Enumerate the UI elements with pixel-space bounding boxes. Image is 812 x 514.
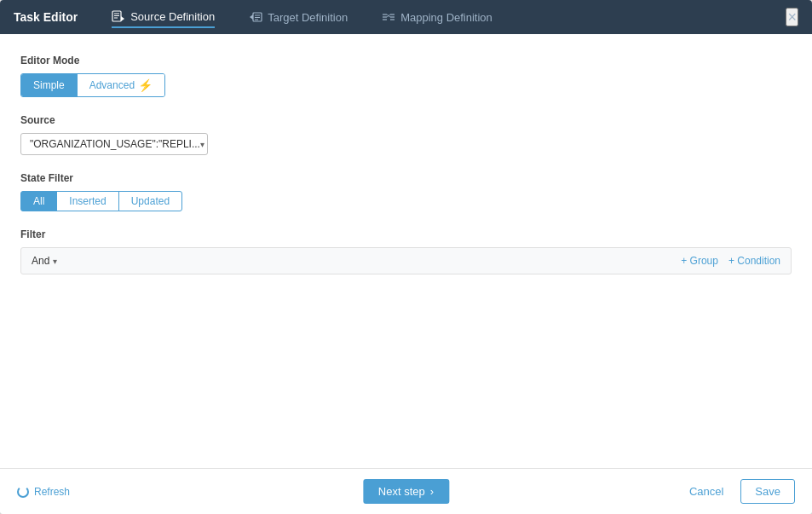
state-tab-inserted[interactable]: Inserted [56,191,118,211]
filter-operator: And ▾ [32,255,57,267]
advanced-icon: ⚡ [138,78,153,92]
tab-mapping-definition[interactable]: Mapping Definition [382,7,492,27]
editor-mode-section: Editor Mode Simple Advanced ⚡ [20,55,792,97]
task-editor-modal: Task Editor Source Definition [0,0,812,514]
tab-target-definition[interactable]: Target Definition [249,7,348,27]
state-filter-label: State Filter [20,172,792,184]
chevron-down-icon[interactable]: ▾ [53,257,57,266]
simple-mode-button[interactable]: Simple [21,74,77,96]
state-tab-updated[interactable]: Updated [118,191,182,211]
filter-section: Filter And ▾ + Group + Condition [20,228,792,274]
editor-mode-label: Editor Mode [20,55,792,66]
state-filter-section: State Filter All Inserted Updated [20,172,792,211]
source-value: "ORGANIZATION_USAGE":"REPLI... [30,138,200,150]
footer-right: Cancel Save [681,479,795,504]
state-tab-all[interactable]: All [20,191,57,211]
cancel-button[interactable]: Cancel [681,479,732,504]
svg-marker-5 [250,14,253,20]
modal-title: Task Editor [14,10,78,24]
advanced-label: Advanced [89,79,135,91]
refresh-button[interactable]: Refresh [17,486,70,498]
refresh-spinner-icon [17,486,29,498]
next-step-label: Next step [378,485,425,498]
tab-mapping-label: Mapping Definition [400,11,492,24]
modal-footer: Refresh Next step › Cancel Save [0,468,812,514]
source-icon [112,9,125,23]
header-tabs: Source Definition Target Definition [112,6,786,28]
modal-body: Editor Mode Simple Advanced ⚡ Source "OR… [0,34,812,468]
filter-label: Filter [20,228,792,240]
filter-row: And ▾ + Group + Condition [20,247,792,274]
refresh-label: Refresh [34,486,70,498]
save-button[interactable]: Save [740,479,795,504]
svg-marker-4 [121,16,124,21]
next-step-button[interactable]: Next step › [363,479,449,504]
modal-header: Task Editor Source Definition [0,0,812,34]
add-condition-button[interactable]: + Condition [728,255,780,267]
tab-target-label: Target Definition [268,11,348,24]
state-filter-tabs: All Inserted Updated [20,191,792,211]
mode-toggle: Simple Advanced ⚡ [20,73,165,97]
add-group-button[interactable]: + Group [681,255,718,267]
close-button[interactable]: × [786,8,798,26]
chevron-right-icon: › [430,485,434,498]
source-select[interactable]: "ORGANIZATION_USAGE":"REPLI... ▾ [20,133,208,155]
filter-operator-label: And [32,255,49,267]
source-section: Source "ORGANIZATION_USAGE":"REPLI... ▾ [20,114,792,155]
target-icon [249,10,262,24]
source-label: Source [20,114,792,126]
filter-actions: + Group + Condition [681,255,780,267]
tab-source-label: Source Definition [130,10,215,23]
advanced-mode-button[interactable]: Advanced ⚡ [77,74,164,96]
tab-source-definition[interactable]: Source Definition [112,6,215,28]
chevron-down-icon: ▾ [200,140,204,149]
mapping-icon [382,10,395,24]
